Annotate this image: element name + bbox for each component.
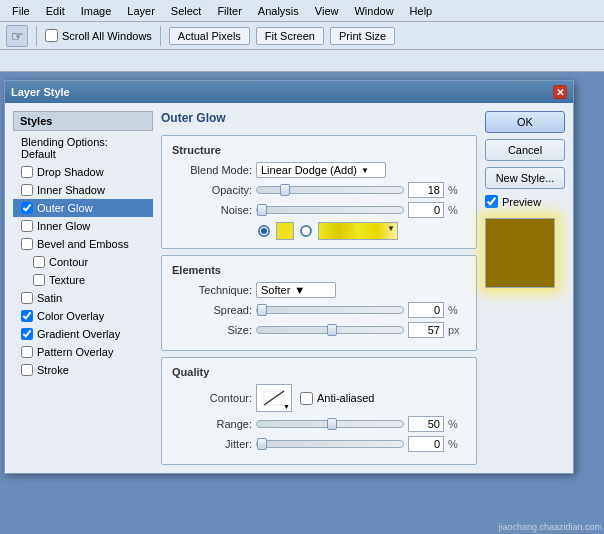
drop-shadow-item[interactable]: Drop Shadow <box>13 163 153 181</box>
contour-q-label: Contour: <box>172 392 252 404</box>
jitter-slider[interactable] <box>256 440 404 448</box>
menu-select[interactable]: Select <box>163 3 210 19</box>
satin-checkbox[interactable] <box>21 292 33 304</box>
menu-layer[interactable]: Layer <box>119 3 163 19</box>
tool-move-icon[interactable]: ☞ <box>6 25 28 47</box>
size-unit: px <box>448 324 466 336</box>
quality-section: Quality Contour: ▼ <box>161 357 477 465</box>
preview-checkbox[interactable] <box>485 195 498 208</box>
solid-color-swatch[interactable] <box>276 222 294 240</box>
gradient-overlay-item[interactable]: Gradient Overlay <box>13 325 153 343</box>
texture-label: Texture <box>49 274 145 286</box>
inner-shadow-label: Inner Shadow <box>37 184 145 196</box>
inner-shadow-checkbox[interactable] <box>21 184 33 196</box>
menu-view[interactable]: View <box>307 3 347 19</box>
range-slider[interactable] <box>256 420 404 428</box>
menu-image[interactable]: Image <box>73 3 120 19</box>
actual-pixels-button[interactable]: Actual Pixels <box>169 27 250 45</box>
jitter-control: % <box>256 436 466 452</box>
gradient-swatch[interactable] <box>318 222 398 240</box>
texture-checkbox[interactable] <box>33 274 45 286</box>
blend-mode-label: Blend Mode: <box>172 164 252 176</box>
technique-dropdown[interactable]: Softer ▼ <box>256 282 336 298</box>
contour-item[interactable]: Contour <box>13 253 153 271</box>
cancel-button[interactable]: Cancel <box>485 139 565 161</box>
gradient-overlay-checkbox[interactable] <box>21 328 33 340</box>
jitter-label: Jitter: <box>172 438 252 450</box>
solid-color-radio[interactable] <box>258 225 270 237</box>
color-row <box>172 222 466 240</box>
satin-label: Satin <box>37 292 145 304</box>
satin-item[interactable]: Satin <box>13 289 153 307</box>
dialog-close-button[interactable]: ✕ <box>553 85 567 99</box>
drop-shadow-checkbox[interactable] <box>21 166 33 178</box>
outer-glow-item[interactable]: Outer Glow <box>13 199 153 217</box>
menu-window[interactable]: Window <box>346 3 401 19</box>
stroke-checkbox[interactable] <box>21 364 33 376</box>
contour-checkbox[interactable] <box>33 256 45 268</box>
scroll-all-windows-label[interactable]: Scroll All Windows <box>45 29 152 42</box>
range-thumb[interactable] <box>327 418 337 430</box>
spread-input[interactable] <box>408 302 444 318</box>
ok-button[interactable]: OK <box>485 111 565 133</box>
noise-thumb[interactable] <box>257 204 267 216</box>
noise-slider[interactable] <box>256 206 404 214</box>
color-overlay-item[interactable]: Color Overlay <box>13 307 153 325</box>
technique-arrow-icon: ▼ <box>294 284 305 296</box>
structure-title: Structure <box>172 144 466 156</box>
color-overlay-checkbox[interactable] <box>21 310 33 322</box>
contour-control: ▼ Anti-aliased <box>256 384 466 412</box>
jitter-thumb[interactable] <box>257 438 267 450</box>
spread-thumb[interactable] <box>257 304 267 316</box>
menu-filter[interactable]: Filter <box>209 3 249 19</box>
noise-unit: % <box>448 204 466 216</box>
size-slider[interactable] <box>256 326 404 334</box>
blending-options-item[interactable]: Blending Options: Default <box>13 133 153 163</box>
outer-glow-checkbox[interactable] <box>21 202 33 214</box>
bevel-emboss-item[interactable]: Bevel and Emboss <box>13 235 153 253</box>
fit-screen-button[interactable]: Fit Screen <box>256 27 324 45</box>
gradient-radio[interactable] <box>300 225 312 237</box>
contour-label: Contour <box>49 256 145 268</box>
menu-analysis[interactable]: Analysis <box>250 3 307 19</box>
menu-file[interactable]: File <box>4 3 38 19</box>
technique-value: Softer <box>261 284 290 296</box>
opacity-input[interactable] <box>408 182 444 198</box>
pattern-overlay-checkbox[interactable] <box>21 346 33 358</box>
range-input[interactable] <box>408 416 444 432</box>
size-input[interactable] <box>408 322 444 338</box>
noise-input[interactable] <box>408 202 444 218</box>
noise-row: Noise: % <box>172 202 466 218</box>
scroll-all-windows-checkbox[interactable] <box>45 29 58 42</box>
inner-glow-checkbox[interactable] <box>21 220 33 232</box>
opacity-unit: % <box>448 184 466 196</box>
bevel-emboss-label: Bevel and Emboss <box>37 238 145 250</box>
anti-aliased-checkbox[interactable] <box>300 392 313 405</box>
spread-slider[interactable] <box>256 306 404 314</box>
styles-header: Styles <box>13 111 153 131</box>
opacity-thumb[interactable] <box>280 184 290 196</box>
technique-row: Technique: Softer ▼ <box>172 282 466 298</box>
anti-alias-row: Anti-aliased <box>300 392 374 405</box>
stroke-item[interactable]: Stroke <box>13 361 153 379</box>
jitter-input[interactable] <box>408 436 444 452</box>
size-thumb[interactable] <box>327 324 337 336</box>
new-style-button[interactable]: New Style... <box>485 167 565 189</box>
print-size-button[interactable]: Print Size <box>330 27 395 45</box>
opacity-slider[interactable] <box>256 186 404 194</box>
opacity-control: % <box>256 182 466 198</box>
blend-mode-dropdown[interactable]: Linear Dodge (Add) ▼ <box>256 162 386 178</box>
contour-preview[interactable]: ▼ <box>256 384 292 412</box>
structure-section: Structure Blend Mode: Linear Dodge (Add)… <box>161 135 477 249</box>
bevel-emboss-checkbox[interactable] <box>21 238 33 250</box>
pattern-overlay-item[interactable]: Pattern Overlay <box>13 343 153 361</box>
menu-edit[interactable]: Edit <box>38 3 73 19</box>
styles-panel: Styles Blending Options: Default Drop Sh… <box>13 111 153 465</box>
menu-help[interactable]: Help <box>402 3 441 19</box>
jitter-unit: % <box>448 438 466 450</box>
quality-title: Quality <box>172 366 466 378</box>
elements-section: Elements Technique: Softer ▼ Sp <box>161 255 477 351</box>
inner-shadow-item[interactable]: Inner Shadow <box>13 181 153 199</box>
inner-glow-item[interactable]: Inner Glow <box>13 217 153 235</box>
texture-item[interactable]: Texture <box>13 271 153 289</box>
